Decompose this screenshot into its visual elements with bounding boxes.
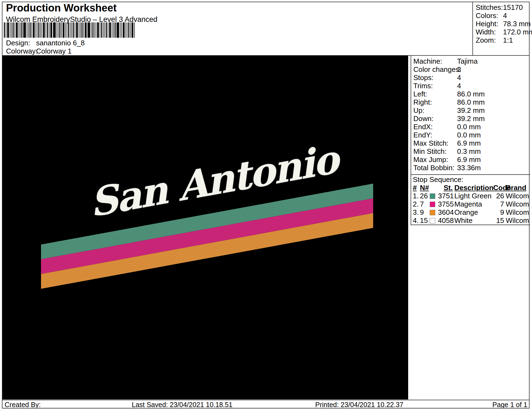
machine-info-label: Total Bobbin: — [413, 164, 454, 172]
stat-label: Colors: — [476, 11, 498, 20]
machine-info-row: Up:39.2 mm — [413, 106, 530, 114]
stat-row: Width:172.0 mm — [473, 28, 530, 36]
barcode-bar — [14, 22, 15, 38]
barcode-bar — [96, 22, 96, 38]
barcode-bar — [112, 22, 112, 38]
barcode-bar — [76, 22, 78, 38]
stop-row-description: Light Green — [454, 192, 493, 200]
barcode-bar — [11, 22, 12, 38]
barcode-bar — [121, 22, 122, 38]
barcode-bar — [30, 22, 31, 38]
stop-table-row: 1.263751Light Green26Wilcom — [413, 192, 530, 200]
machine-info-value: 0.3 mm — [457, 147, 481, 155]
machine-info-label: Machine: — [413, 57, 442, 65]
machine-info-row: Machine:Tajima — [413, 57, 530, 65]
barcode-bar — [101, 22, 102, 38]
stop-row-num: 4. — [413, 216, 420, 225]
machine-info-row: Trims:4 — [413, 82, 530, 90]
barcode-bar — [134, 22, 135, 38]
barcode-bar — [58, 22, 59, 38]
barcode-bar — [7, 22, 9, 38]
barcode-bar — [115, 22, 116, 38]
colorway-label: Colorway: — [6, 47, 38, 55]
stop-row-stitch-code: 4058 — [438, 216, 454, 225]
barcode-bar — [16, 22, 18, 38]
stat-row: Zoom:1:1 — [473, 36, 530, 44]
barcode-bar — [19, 22, 19, 38]
stop-row-code: 15 — [493, 216, 506, 225]
machine-info-label: Max Stitch: — [413, 139, 449, 147]
barcode-bar — [13, 22, 14, 38]
barcode-bar — [47, 22, 48, 38]
stop-row-description: Orange — [454, 208, 493, 216]
production-worksheet-page: Production Worksheet Wilcom EmbroiderySt… — [0, 0, 532, 409]
machine-info-value: 86.0 mm — [457, 90, 485, 98]
barcode-bar — [116, 22, 119, 38]
stat-label: Width: — [476, 28, 496, 36]
barcode-bar — [128, 22, 129, 38]
stat-value: 1:1 — [503, 36, 513, 44]
machine-info-value: 39.2 mm — [457, 106, 485, 114]
stat-value: 78.3 mm — [503, 20, 531, 28]
barcode-bar — [10, 22, 10, 38]
printed-text: Printed: 23/04/2021 10.22.37 — [315, 401, 404, 409]
barcode-bar — [42, 22, 42, 38]
stop-table-row: 3.93604Orange9Wilcom — [413, 208, 530, 216]
barcode-bar — [61, 22, 62, 38]
barcode-bar — [73, 22, 74, 38]
machine-info-row: Min Stitch:0.3 mm — [413, 147, 530, 155]
barcode-bar — [67, 22, 67, 38]
machine-info-row: Max Jump:6.9 mm — [413, 155, 530, 164]
barcode-bar — [23, 22, 26, 38]
barcode-bar — [81, 22, 83, 38]
col-num: # — [413, 184, 420, 192]
stop-row-code: 9 — [493, 208, 506, 216]
machine-info-label: Min Stitch: — [413, 147, 446, 155]
stat-value: 172.0 mm — [503, 28, 532, 36]
machine-info-value: 4 — [457, 73, 461, 82]
barcode-bar — [85, 22, 87, 38]
barcode-bar — [83, 22, 84, 38]
machine-info-row: Total Bobbin:33.36m — [413, 164, 530, 172]
page-title: Production Worksheet — [6, 2, 117, 14]
barcode-bar — [28, 22, 29, 38]
barcode-bar — [80, 22, 81, 38]
machine-info-label: Left: — [413, 90, 427, 98]
stop-row-num: 3. — [413, 208, 420, 216]
barcode-bar — [53, 22, 56, 38]
barcode-bar — [91, 22, 92, 38]
barcode-bar — [92, 22, 93, 38]
barcode-bar — [109, 22, 111, 38]
machine-info-row: Right:86.0 mm — [413, 98, 530, 106]
machine-info-label: Stops: — [413, 73, 434, 82]
created-by-label: Created By: — [5, 401, 41, 409]
machine-info-label: Right: — [413, 98, 432, 106]
barcode-bar — [6, 22, 6, 38]
stop-row-brand: Wilcom — [506, 192, 527, 200]
stat-label: Stitches: — [476, 3, 503, 11]
stop-row-brand: Wilcom — [506, 216, 527, 225]
machine-info-value: 4 — [457, 82, 461, 90]
barcode-bar — [75, 22, 75, 38]
stat-label: Height: — [476, 20, 498, 28]
design-row: Design: sanantonio 6_8 — [6, 39, 30, 47]
colorway-row: Colorway: Colorway 1 — [6, 47, 38, 55]
barcode-bar — [27, 22, 27, 38]
stat-value: 4 — [503, 11, 507, 20]
stop-row-needle: 9 — [420, 208, 430, 216]
barcode-bar — [113, 22, 114, 38]
stop-row-num: 2. — [413, 200, 420, 208]
machine-info-row: Down:39.2 mm — [413, 114, 530, 123]
barcode-bar — [63, 22, 65, 38]
machine-info-value: 3 — [457, 65, 461, 73]
machine-info-label: EndY: — [413, 131, 432, 139]
barcode-bar — [127, 22, 127, 38]
barcode-bar — [71, 22, 72, 38]
barcode-bar — [70, 22, 71, 38]
thread-color-swatch — [430, 193, 435, 199]
machine-info-row: EndX:0.0 mm — [413, 123, 530, 131]
barcode-bar — [130, 22, 131, 38]
stop-row-stitch-code: 3751 — [438, 192, 454, 200]
barcode-bar — [120, 22, 121, 38]
machine-info-label: EndX: — [413, 123, 433, 131]
